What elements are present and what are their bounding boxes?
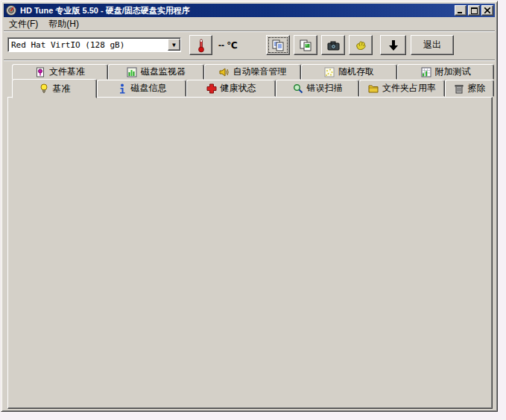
magnifier-icon <box>293 83 303 94</box>
maximize-icon <box>471 7 478 14</box>
camera-icon <box>327 40 340 51</box>
tab-aam[interactable]: 自动噪音管理 <box>204 64 301 80</box>
hand-icon <box>355 39 367 51</box>
menu-bar: 文件(F) 帮助(H) <box>4 17 495 31</box>
copy-icon <box>272 39 284 51</box>
minimize-icon <box>458 7 464 13</box>
save-button[interactable] <box>349 35 373 55</box>
tab-health[interactable]: 健康状态 <box>186 80 276 97</box>
folder-icon <box>368 83 379 94</box>
exit-button[interactable]: 退出 <box>411 35 454 55</box>
info-icon <box>117 83 127 94</box>
tab-erase[interactable]: 擦除 <box>445 80 494 97</box>
file-benchmark-icon <box>35 67 45 77</box>
close-icon <box>484 7 490 13</box>
download-button[interactable] <box>380 35 406 55</box>
tab-error-scan[interactable]: 错误扫描 <box>276 80 359 97</box>
random-access-icon <box>324 67 335 77</box>
app-window: HD Tune 专业版 5.50 - 硬盘/固态硬盘实用程序 文件(F) 帮助(… <box>1 1 498 412</box>
chevron-down-icon[interactable]: ▼ <box>168 39 180 51</box>
copy-text-button[interactable] <box>266 35 290 55</box>
menu-help[interactable]: 帮助(H) <box>43 16 84 32</box>
tab-disk-info[interactable]: 磁盘信息 <box>97 80 186 97</box>
drive-select[interactable]: Red Hat VirtIO (128 gB) ▼ <box>7 37 181 52</box>
tab-benchmark[interactable]: 基准 <box>12 79 97 98</box>
health-cross-icon <box>206 83 217 94</box>
copy-image-button[interactable] <box>294 35 317 55</box>
temperature-value: -- ℃ <box>218 40 238 51</box>
menu-file[interactable]: 文件(F) <box>4 16 43 32</box>
close-button[interactable] <box>481 5 493 16</box>
screenshot-button[interactable] <box>321 35 345 55</box>
maximize-button[interactable] <box>468 5 480 16</box>
drive-select-value: Red Hat VirtIO (128 gB) <box>8 40 124 50</box>
tab-folder-usage[interactable]: 文件夹占用率 <box>359 80 445 97</box>
thermometer-icon <box>197 38 206 53</box>
trash-icon <box>454 83 464 94</box>
tab-extra-tests[interactable]: 附加测试 <box>397 64 494 80</box>
disk-monitor-icon <box>127 67 137 77</box>
tab-disk-monitor[interactable]: 磁盘监视器 <box>108 64 204 80</box>
temperature-button[interactable] <box>189 35 212 55</box>
extra-tests-icon <box>421 67 431 77</box>
copy-image-icon <box>300 39 311 51</box>
toolbar: Red Hat VirtIO (128 gB) ▼ -- ℃ <box>4 32 495 60</box>
window-title: HD Tune 专业版 5.50 - 硬盘/固态硬盘实用程序 <box>20 5 190 16</box>
down-arrow-icon <box>388 39 399 51</box>
app-icon <box>5 4 17 16</box>
minimize-button[interactable] <box>455 5 467 16</box>
title-bar: HD Tune 专业版 5.50 - 硬盘/固态硬盘实用程序 <box>4 4 495 17</box>
benchmark-page <box>7 97 493 409</box>
tab-random-access[interactable]: 随机存取 <box>301 64 397 80</box>
benchmark-icon <box>39 83 49 94</box>
tab-file-benchmark[interactable]: 文件基准 <box>12 64 108 80</box>
speaker-icon <box>219 67 230 77</box>
